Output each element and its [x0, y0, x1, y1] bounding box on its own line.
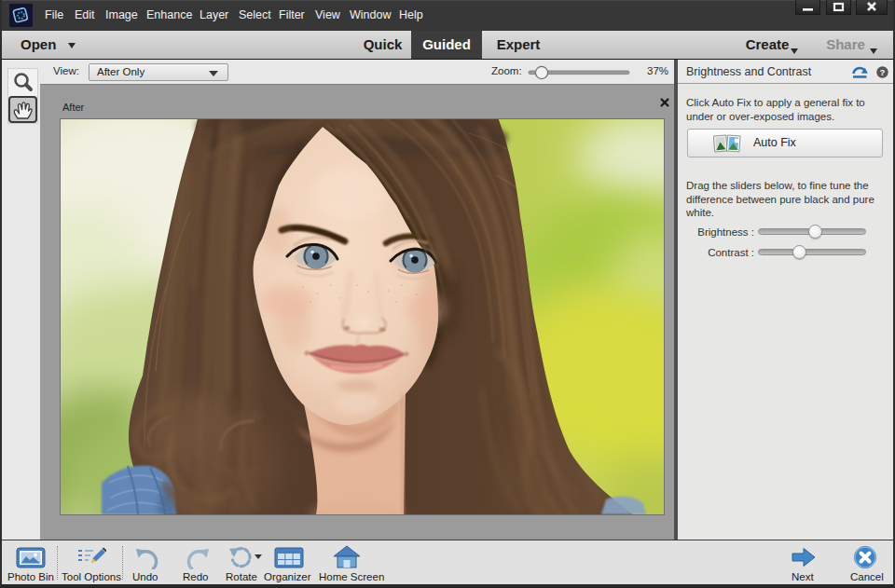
svg-text:?: ?	[880, 67, 886, 77]
